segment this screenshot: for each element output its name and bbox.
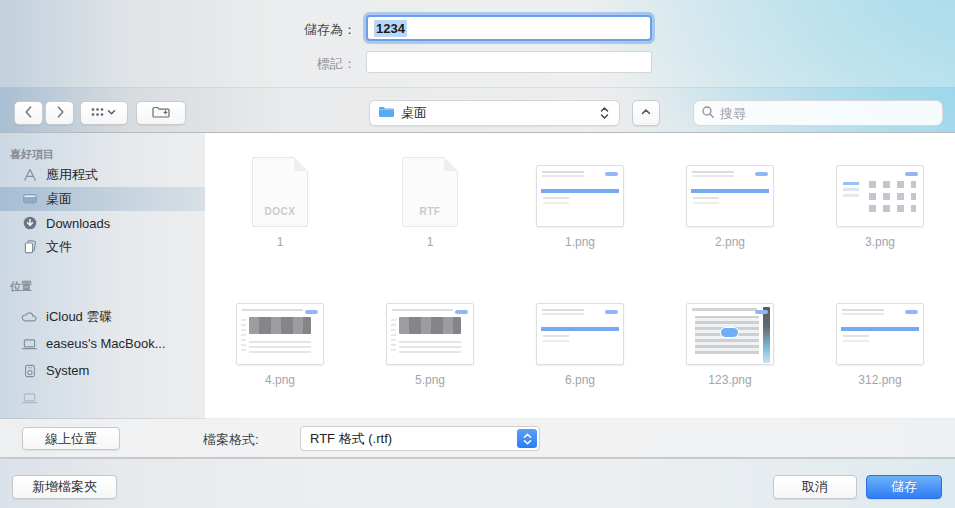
image-thumbnail — [836, 165, 924, 227]
tags-label: 標記： — [0, 55, 356, 73]
file-format-label: 檔案格式: — [203, 431, 259, 449]
parent-folder-button[interactable] — [632, 100, 660, 126]
file-item: 4.png — [205, 281, 355, 419]
file-name: 1 — [427, 235, 434, 249]
new-folder-button[interactable]: 新增檔案夾 — [12, 475, 117, 499]
file-type-badge: DOCX — [253, 206, 307, 217]
favorites-header: 喜好項目 — [0, 145, 205, 163]
filename-value: 1234 — [374, 20, 407, 37]
sidebar-item-label: 桌面 — [46, 190, 72, 208]
sidebar-item-label: iCloud 雲碟 — [46, 308, 112, 326]
file-name: 1.png — [565, 235, 595, 249]
save-button[interactable]: 儲存 — [866, 475, 942, 499]
file-format-select[interactable]: RTF 格式 (.rtf) — [300, 426, 540, 451]
file-name: 5.png — [415, 373, 445, 387]
main-area: 喜好項目 應用程式 桌面 Downloads 文件 位置 iCloud 雲碟 e… — [0, 133, 955, 419]
locations-header: 位置 — [0, 277, 205, 295]
disk-icon — [21, 362, 38, 379]
desktop-icon — [21, 191, 38, 208]
chevron-right-icon — [52, 104, 68, 123]
sidebar-item-icloud[interactable]: iCloud 雲碟 — [0, 303, 205, 330]
new-folder-icon — [151, 104, 171, 123]
file-browser: DOCX 1 RTF 1 1.png 2.png — [205, 133, 955, 419]
file-item: 3.png — [805, 143, 955, 281]
file-name: 1 — [277, 235, 284, 249]
toolbar: 桌面 — [0, 88, 955, 133]
sidebar-item-label: 文件 — [46, 238, 72, 256]
sidebar-favorites-list: 應用程式 桌面 Downloads 文件 — [0, 163, 205, 259]
footer-bar: 新增檔案夾 取消 儲存 — [0, 458, 955, 508]
file-name: 2.png — [715, 235, 745, 249]
file-item: 1.png — [505, 143, 655, 281]
chevron-left-icon — [21, 104, 37, 123]
sidebar-item-documents[interactable]: 文件 — [0, 235, 205, 259]
folder-icon — [378, 105, 395, 122]
chevron-up-icon — [639, 105, 653, 122]
location-popup[interactable]: 桌面 — [369, 100, 620, 126]
file-name: 6.png — [565, 373, 595, 387]
forward-button[interactable] — [45, 101, 74, 125]
file-item: 312.png — [805, 281, 955, 419]
file-item: 5.png — [355, 281, 505, 419]
document-file-icon: DOCX — [252, 157, 308, 227]
icloud-icon — [21, 308, 38, 325]
downloads-icon — [21, 215, 38, 232]
file-item: RTF 1 — [355, 143, 505, 281]
cancel-button[interactable]: 取消 — [773, 475, 857, 499]
sidebar-item-disk[interactable]: System — [0, 357, 205, 384]
tags-input[interactable] — [366, 51, 652, 73]
online-locations-button[interactable]: 線上位置 — [22, 427, 120, 450]
documents-icon — [21, 239, 38, 256]
sidebar-item-applications[interactable]: 應用程式 — [0, 163, 205, 187]
new-folder-toolbar-button[interactable] — [136, 101, 186, 125]
save-dialog: 儲存為： 1234 標記： — [0, 0, 955, 508]
image-thumbnail — [236, 303, 324, 365]
sidebar-item-downloads[interactable]: Downloads — [0, 211, 205, 235]
select-stepper-icon — [517, 429, 537, 448]
image-thumbnail — [686, 303, 774, 365]
popup-stepper-icon — [598, 105, 611, 121]
image-thumbnail — [386, 303, 474, 365]
applications-icon — [21, 167, 38, 184]
file-item: 123.png — [655, 281, 805, 419]
image-thumbnail — [536, 165, 624, 227]
format-bar: 線上位置 檔案格式: RTF 格式 (.rtf) — [0, 419, 955, 458]
grid-view-icon — [90, 104, 118, 123]
save-as-label: 儲存為： — [0, 21, 356, 39]
search-icon — [701, 105, 715, 122]
view-options-button[interactable] — [80, 101, 128, 125]
file-item: 6.png — [505, 281, 655, 419]
filename-input[interactable]: 1234 — [366, 15, 652, 41]
sidebar-item-label: Downloads — [46, 216, 110, 231]
file-name: 3.png — [865, 235, 895, 249]
back-button[interactable] — [14, 101, 43, 125]
image-thumbnail — [836, 303, 924, 365]
image-thumbnail — [536, 303, 624, 365]
file-grid: DOCX 1 RTF 1 1.png 2.png — [205, 133, 955, 419]
sidebar-item-label: 應用程式 — [46, 166, 98, 184]
file-name: 312.png — [858, 373, 901, 387]
file-name: 123.png — [708, 373, 751, 387]
macbook-icon — [21, 389, 38, 406]
save-as-section: 儲存為： 1234 標記： — [0, 0, 955, 88]
location-popup-value: 桌面 — [401, 104, 427, 122]
file-type-badge: RTF — [403, 206, 457, 217]
file-name: 4.png — [265, 373, 295, 387]
search-input[interactable] — [720, 106, 935, 121]
search-field[interactable] — [693, 100, 943, 126]
macbook-icon — [21, 335, 38, 352]
file-format-value: RTF 格式 (.rtf) — [310, 430, 392, 448]
sidebar-item-label: easeus's MacBook... — [46, 336, 166, 351]
sidebar: 喜好項目 應用程式 桌面 Downloads 文件 位置 iCloud 雲碟 e… — [0, 133, 205, 419]
document-file-icon: RTF — [402, 157, 458, 227]
sidebar-locations-list: iCloud 雲碟 easeus's MacBook... System — [0, 303, 205, 411]
image-thumbnail — [686, 165, 774, 227]
file-item: 2.png — [655, 143, 805, 281]
file-item: DOCX 1 — [205, 143, 355, 281]
sidebar-item-macbook[interactable] — [0, 384, 205, 411]
sidebar-item-macbook[interactable]: easeus's MacBook... — [0, 330, 205, 357]
sidebar-item-label: System — [46, 363, 89, 378]
sidebar-item-desktop[interactable]: 桌面 — [0, 187, 205, 211]
